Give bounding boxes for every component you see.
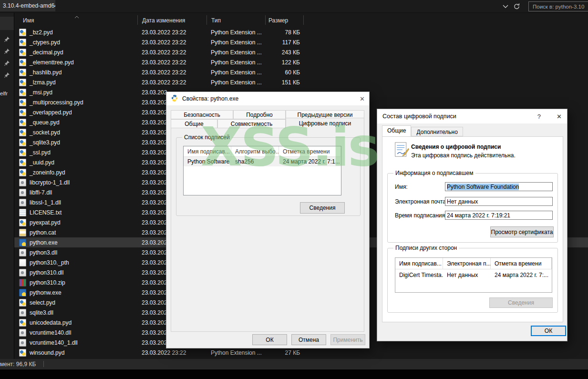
pin-icon[interactable] bbox=[4, 36, 10, 42]
email-field[interactable]: Нет данных bbox=[445, 197, 553, 206]
col-digest-algorithm[interactable]: Алгоритм выбо... bbox=[231, 146, 279, 156]
file-name: _ssl.pyd bbox=[26, 149, 137, 156]
column-header-date[interactable]: Дата изменения bbox=[142, 17, 185, 24]
signature-list[interactable]: Имя подписав... Алгоритм выбо... Отметка… bbox=[183, 146, 341, 195]
column-divider[interactable] bbox=[137, 15, 138, 25]
file-type: Python Extension ... bbox=[211, 59, 263, 66]
file-row[interactable]: _lzma.pyd 23.03.2022 23:22 Python Extens… bbox=[14, 77, 588, 87]
search-input[interactable]: Поиск в: python-3.10 bbox=[528, 1, 588, 11]
email-cell: Нет данных bbox=[443, 272, 491, 278]
file-row[interactable]: _ctypes.pyd 23.03.2022 23:22 Python Exte… bbox=[14, 37, 588, 47]
catalog-file-icon bbox=[19, 229, 26, 236]
column-divider[interactable] bbox=[303, 15, 304, 25]
apply-button[interactable]: Применить bbox=[330, 334, 365, 345]
python-extension-icon bbox=[19, 79, 26, 86]
column-header-name[interactable]: Имя bbox=[23, 17, 34, 24]
name-field[interactable]: Python Software Foundation bbox=[445, 182, 553, 191]
file-name: python.exe bbox=[26, 239, 137, 246]
column-divider[interactable] bbox=[265, 15, 266, 25]
cancel-button[interactable]: Отмена bbox=[291, 334, 326, 345]
column-header-type[interactable]: Тип bbox=[211, 17, 221, 24]
file-size: 117 КБ bbox=[268, 39, 300, 46]
col-timestamp[interactable]: Отметка времени bbox=[279, 146, 341, 156]
view-certificate-button[interactable]: Просмотр сертификата bbox=[490, 226, 554, 237]
countersignature-row[interactable]: DigiCert Timesta... Нет данных 24 марта … bbox=[395, 269, 552, 281]
tab-compatibility[interactable]: Совместимость bbox=[217, 119, 286, 128]
file-size: 78 КБ bbox=[268, 29, 300, 36]
tab-page: Сведения о цифровой подписи Эта цифровая… bbox=[382, 136, 563, 322]
refresh-icon[interactable] bbox=[513, 3, 521, 10]
signer-name-cell: DigiCert Timesta... bbox=[395, 272, 443, 278]
table-header: Имя подписав... Электронная п... Отметка… bbox=[395, 258, 552, 269]
nav-item-label[interactable]: elfr bbox=[0, 91, 8, 96]
file-name: _ctypes.pyd bbox=[26, 39, 137, 46]
close-icon[interactable]: ✕ bbox=[360, 95, 365, 102]
dll-file-icon bbox=[19, 199, 26, 206]
file-size: 27 КБ bbox=[268, 349, 300, 356]
python-extension-icon bbox=[19, 219, 26, 226]
file-name: sqlite3.dll bbox=[26, 309, 137, 316]
pin-icon[interactable] bbox=[4, 72, 10, 78]
countersignatures-table[interactable]: Имя подписав... Электронная п... Отметка… bbox=[395, 257, 552, 293]
file-size: 151 КБ bbox=[268, 79, 300, 86]
file-name: python310._pth bbox=[26, 259, 137, 266]
sort-ascending-icon bbox=[74, 13, 79, 20]
signature-row[interactable]: Python Software ... sha256 24 марта 2022… bbox=[184, 157, 341, 166]
column-divider[interactable] bbox=[206, 15, 207, 25]
group-label: Подписи других сторон bbox=[393, 245, 459, 251]
dialog-title: Свойства: python.exe bbox=[182, 95, 238, 102]
col-timestamp[interactable]: Отметка времени bbox=[491, 258, 552, 269]
file-row[interactable]: winsound.pyd 23.03.2022 23:22 Python Ext… bbox=[14, 348, 588, 358]
col-signer-name[interactable]: Имя подписав... bbox=[184, 146, 231, 156]
pin-icon[interactable] bbox=[4, 60, 10, 66]
file-name: _uuid.pyd bbox=[26, 159, 137, 166]
file-name: python310.zip bbox=[26, 279, 137, 286]
dialog-titlebar: Состав цифровой подписи ? ✕ bbox=[377, 109, 567, 123]
signing-time-value: 24 марта 2022 г. 7:19:21 bbox=[447, 212, 510, 219]
file-type: Python Extension ... bbox=[211, 79, 263, 86]
file-date: 23.03.2022 23:22 bbox=[142, 69, 206, 76]
chevron-down-icon[interactable] bbox=[502, 3, 510, 11]
python-icon bbox=[171, 94, 178, 103]
status-bar: мент: 96,9 КБ bbox=[0, 359, 588, 369]
ok-button[interactable]: ОК bbox=[531, 326, 566, 336]
python-extension-icon bbox=[19, 319, 26, 327]
file-row[interactable]: _decimal.pyd 23.03.2022 23:22 Python Ext… bbox=[14, 47, 588, 57]
signing-time-label: Время подписания: bbox=[395, 212, 446, 219]
help-icon[interactable]: ? bbox=[537, 113, 541, 120]
signature-document-icon bbox=[394, 142, 409, 159]
file-row[interactable]: _hashlib.pyd 23.03.2022 23:22 Python Ext… bbox=[14, 67, 588, 77]
column-header-size[interactable]: Размер bbox=[268, 17, 288, 24]
file-row[interactable]: _elementtree.pyd 23.03.2022 23:22 Python… bbox=[14, 57, 588, 67]
file-row[interactable]: _bz2.pyd 23.03.2022 23:22 Python Extensi… bbox=[14, 27, 588, 37]
email-label: Электронная почта: bbox=[395, 198, 447, 205]
col-signer-name[interactable]: Имя подписав... bbox=[395, 258, 443, 269]
algorithm-cell: sha256 bbox=[231, 158, 279, 165]
dialog-titlebar: Свойства: python.exe ✕ bbox=[166, 92, 369, 105]
tab-security[interactable]: Безопасность bbox=[171, 110, 233, 119]
ok-button[interactable]: ОК bbox=[252, 334, 287, 345]
dll-file-icon bbox=[19, 179, 26, 186]
details-button[interactable]: Сведения bbox=[489, 297, 553, 308]
tab-general[interactable]: Общие bbox=[382, 125, 411, 136]
dll-file-icon bbox=[19, 339, 26, 347]
file-name: python.cat bbox=[26, 229, 137, 236]
col-email[interactable]: Электронная п... bbox=[443, 258, 491, 269]
tab-details[interactable]: Подробно bbox=[233, 110, 286, 119]
file-type: Python Extension ... bbox=[211, 39, 263, 46]
timestamp-cell: 24 марта 2022 г. 7:1... bbox=[279, 158, 341, 165]
tab-advanced[interactable]: Дополнительно bbox=[411, 127, 463, 136]
details-button[interactable]: Сведения bbox=[300, 202, 345, 214]
python-extension-icon bbox=[19, 349, 26, 357]
python-extension-icon bbox=[19, 49, 26, 56]
explorer-window: 3.10.4-embed-amd64 Поиск в: python-3.10 … bbox=[0, 0, 588, 379]
pin-icon[interactable] bbox=[4, 48, 10, 54]
status-divider bbox=[43, 361, 44, 367]
close-icon[interactable]: ✕ bbox=[557, 113, 562, 120]
signing-time-field[interactable]: 24 марта 2022 г. 7:19:21 bbox=[445, 211, 553, 220]
tab-general[interactable]: Общие bbox=[171, 119, 217, 128]
dll-file-icon bbox=[19, 249, 26, 256]
tab-digital-signatures[interactable]: Цифровые подписи bbox=[286, 118, 364, 128]
window-tab[interactable]: 3.10.4-embed-amd64 bbox=[0, 0, 55, 11]
python-extension-icon bbox=[19, 139, 26, 146]
